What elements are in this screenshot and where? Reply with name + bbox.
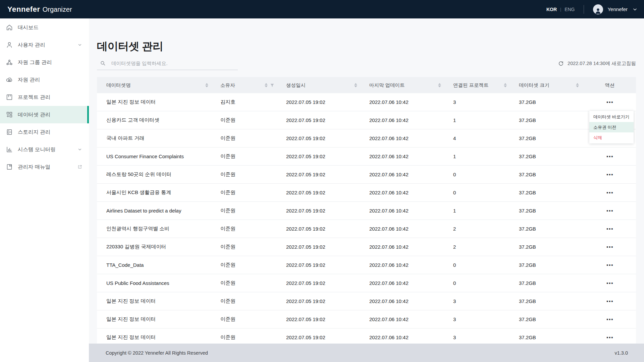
cell-actions: ⋯ xyxy=(584,333,636,342)
cell-actions: ⋯ xyxy=(584,315,636,323)
sidebar-item-label: 데이터셋 관리 xyxy=(18,111,82,118)
sidebar: 대시보드 사용자 관리 자원 그룹 관리 자원 관리 프로젝트 관리 데이터셋 … xyxy=(0,18,89,362)
cell-projects: 3 xyxy=(446,99,512,105)
sidebar-item-manual[interactable]: 관리자 매뉴얼 xyxy=(0,158,89,176)
column-header: 액션 xyxy=(584,77,636,93)
row-actions-button[interactable]: ⋯ xyxy=(604,170,615,179)
cell-actions: ⋯ xyxy=(584,243,636,251)
cell-updated: 2022.07.06 10:42 xyxy=(362,190,446,195)
row-actions-button[interactable]: ⋯ xyxy=(604,225,615,233)
sidebar-item-label: 스토리지 관리 xyxy=(18,129,82,136)
sidebar-item-monitoring[interactable]: 시스템 모니터링 xyxy=(0,141,89,158)
cell-actions: ⋯ xyxy=(584,206,636,215)
chevron-down-icon xyxy=(77,147,82,152)
cell-owner: 이준원 xyxy=(213,280,279,286)
cell-created: 2022.07.05 19:02 xyxy=(279,226,362,232)
cell-owner: 이준원 xyxy=(213,226,279,232)
filter-icon[interactable] xyxy=(270,83,274,87)
sidebar-item-projects[interactable]: 프로젝트 관리 xyxy=(0,88,89,106)
row-actions-button[interactable]: ⋯ xyxy=(604,279,615,287)
cell-dataset-name: 국내 아파트 거래 xyxy=(97,135,213,141)
lang-eng-button[interactable]: ENG xyxy=(565,7,575,12)
sort-icon[interactable] xyxy=(354,83,357,87)
row-actions-button[interactable]: ⋯ xyxy=(604,98,615,106)
cell-owner: 이준원 xyxy=(213,244,279,250)
refresh-status: 2022.07.28 14:30에 새로고침됨 xyxy=(558,60,636,70)
row-actions-button[interactable]: ⋯ xyxy=(604,297,615,305)
row-action-menu: 데이터셋 바로가기소유권 이전삭제 xyxy=(589,111,634,143)
cell-owner: 이준원 xyxy=(213,298,279,304)
row-actions-button[interactable]: ⋯ xyxy=(604,188,615,197)
menu-item-transfer-ownership[interactable]: 소유권 이전 xyxy=(589,122,634,132)
sidebar-item-resources[interactable]: 자원 관리 xyxy=(0,71,89,88)
search-box xyxy=(97,57,238,70)
cell-dataset-name: Airlines Dataset to predict a delay xyxy=(97,208,213,214)
brand-logo[interactable]: Yennefer Organizer xyxy=(7,5,72,14)
menu-item-open-dataset[interactable]: 데이터셋 바로가기 xyxy=(589,112,634,122)
cell-owner: 이준원 xyxy=(213,189,279,196)
row-actions-button[interactable]: ⋯ xyxy=(604,206,615,215)
cell-size: 37.2GB xyxy=(512,154,584,159)
cell-updated: 2022.07.06 10:42 xyxy=(362,298,446,304)
column-header[interactable]: 연결된 프로젝트 xyxy=(446,77,512,93)
column-label: 데이터셋명 xyxy=(106,82,131,88)
sidebar-item-dashboard[interactable]: 대시보드 xyxy=(0,19,89,36)
table-row: 일본 지진 정보 데이터 이준원 2022.07.05 19:02 2022.0… xyxy=(97,310,636,328)
row-actions-button[interactable]: ⋯ xyxy=(604,152,615,161)
sidebar-item-label: 프로젝트 관리 xyxy=(18,94,82,101)
column-header[interactable]: 데이터셋명 xyxy=(97,77,213,93)
cell-owner: 이준원 xyxy=(213,171,279,178)
sort-icon[interactable] xyxy=(576,83,579,87)
table-row: 일본 지진 정보 데이터 이준원 2022.07.05 19:02 2022.0… xyxy=(97,292,636,310)
refresh-icon[interactable] xyxy=(558,61,564,66)
row-actions-button[interactable]: ⋯ xyxy=(604,315,615,323)
menu-item-delete[interactable]: 삭제 xyxy=(589,132,634,143)
row-actions-button[interactable]: ⋯ xyxy=(604,243,615,251)
cell-dataset-name: 일본 지진 정보 데이터 xyxy=(97,99,213,105)
cell-created: 2022.07.05 19:02 xyxy=(279,280,362,286)
sort-icon[interactable] xyxy=(438,83,441,87)
monitoring-icon xyxy=(6,146,13,153)
cell-dataset-name: TTA_Code_Data xyxy=(97,262,213,268)
cell-actions: ⋯ xyxy=(584,261,636,269)
footer: Copyright © 2022 Yennefer All Rights Res… xyxy=(89,344,644,362)
cell-updated: 2022.07.06 10:42 xyxy=(362,208,446,214)
column-header[interactable]: 데이터셋 크기 xyxy=(512,77,584,93)
table-row: US Public Food Assistances 이준원 2022.07.0… xyxy=(97,274,636,292)
table-row: 220330 길병원 국제데이터 이준원 2022.07.05 19:02 20… xyxy=(97,238,636,256)
table-row: 인천광역시 행정구역별 소비 이준원 2022.07.05 19:02 2022… xyxy=(97,220,636,238)
sidebar-item-label: 시스템 모니터링 xyxy=(18,146,77,153)
sidebar-item-storage[interactable]: 스토리지 관리 xyxy=(0,123,89,141)
cell-size: 37.2GB xyxy=(512,298,584,304)
cell-size: 37.2GB xyxy=(512,244,584,250)
sidebar-item-datasets[interactable]: 데이터셋 관리 xyxy=(0,106,89,123)
main-content: 데이터셋 관리 2022.07.28 14:30에 새로고침됨 데이터셋명 소유… xyxy=(89,18,644,362)
row-actions-button[interactable]: ⋯ xyxy=(604,261,615,269)
sort-icon[interactable] xyxy=(265,83,268,87)
cell-projects: 0 xyxy=(446,172,512,177)
cell-created: 2022.07.05 19:02 xyxy=(279,262,362,268)
cell-dataset-name: 일본 지진 정보 데이터 xyxy=(97,298,213,304)
column-label: 소유자 xyxy=(220,82,235,88)
cell-created: 2022.07.05 19:02 xyxy=(279,244,362,250)
sidebar-item-users[interactable]: 사용자 관리 xyxy=(0,36,89,54)
sidebar-item-resource-groups[interactable]: 자원 그룹 관리 xyxy=(0,54,89,71)
table-row: TTA_Code_Data 이준원 2022.07.05 19:02 2022.… xyxy=(97,256,636,274)
search-input[interactable] xyxy=(111,60,236,66)
cell-size: 37.2GB xyxy=(512,335,584,340)
user-menu[interactable]: Yennefer xyxy=(593,4,637,14)
table-row: 국내 아파트 거래 이준원 2022.07.05 19:02 2022.07.0… xyxy=(97,129,636,147)
sort-icon[interactable] xyxy=(205,83,208,87)
column-header[interactable]: 마지막 업데이트 xyxy=(362,77,446,93)
sort-icon[interactable] xyxy=(504,83,507,87)
column-header[interactable]: 소유자 xyxy=(213,77,279,93)
cell-actions: ⋯ xyxy=(584,152,636,161)
column-header[interactable]: 생성일시 xyxy=(279,77,362,93)
row-actions-button[interactable]: ⋯ xyxy=(604,333,615,342)
avatar xyxy=(593,4,603,14)
brand-secondary: Organizer xyxy=(43,6,72,13)
lang-kor-button[interactable]: KOR xyxy=(546,7,557,12)
cell-projects: 0 xyxy=(446,280,512,286)
table-row: Airlines Dataset to predict a delay 이준원 … xyxy=(97,202,636,220)
resource-groups-icon xyxy=(6,59,13,66)
